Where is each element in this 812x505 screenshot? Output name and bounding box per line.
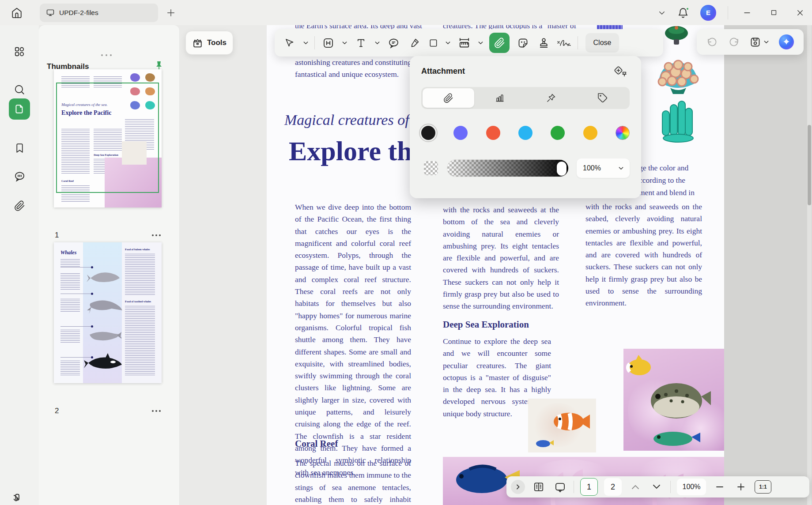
panel-drag-handle[interactable] [101,54,112,56]
thumb2-dot [91,325,93,328]
titlebar-collapse-button[interactable] [658,9,666,17]
page-thumbnail-2[interactable]: Whales Food of baleen whales Food of too… [54,242,162,383]
page-number-next[interactable]: 2 [604,478,622,496]
sidebar-item-comments[interactable] [9,166,30,187]
left-icon-rail [0,25,39,505]
notifications-button[interactable] [677,7,689,19]
heading-tool[interactable] [321,34,336,52]
transparency-chip[interactable] [424,161,438,175]
sidebar-item-search[interactable] [9,79,30,100]
ruler-icon [458,37,471,49]
thumb-text-block [60,299,80,313]
select-tool-dropdown[interactable] [302,34,309,52]
swatch-blue[interactable] [453,126,468,140]
paperclip-icon [443,93,453,103]
tab-pin[interactable] [525,88,577,108]
sidebar-item-home-grid[interactable] [9,41,30,62]
paperclip-icon [14,200,25,211]
shape-tool[interactable] [427,34,439,52]
shape-tool-dropdown[interactable] [445,34,451,52]
two-page-view-button[interactable] [531,478,546,496]
undo-button[interactable] [706,37,718,47]
swatch-cyan[interactable] [518,126,533,140]
sidebar-item-appearance[interactable] [9,485,30,505]
sidebar-item-attachments[interactable] [9,195,30,216]
swatch-custom-color-wheel[interactable] [616,126,630,140]
chevron-down-icon [303,41,308,45]
thumb-coral [130,73,140,82]
titlebar: UPDF-2-files E [0,0,812,25]
text-tool[interactable] [353,34,368,52]
sticker-tool[interactable] [515,34,530,52]
page-navigation-bar: 1 2 100% 1:1 [506,476,809,497]
zoom-out-button[interactable] [712,478,727,496]
page-number-current[interactable]: 1 [580,478,598,496]
add-attachment-pin-button[interactable] [613,65,628,79]
scrollbar-thumb[interactable] [808,125,811,205]
page-thumbnail-1[interactable]: Magical creatures of the sea. Explore th… [54,69,162,207]
opacity-slider-handle[interactable] [557,162,567,176]
bar-chart-icon [495,93,505,103]
save-button[interactable] [749,36,769,48]
text-icon [355,38,366,49]
page-1-menu-button[interactable] [152,234,161,236]
page-2-menu-button[interactable] [152,410,161,412]
close-window-button[interactable] [793,5,808,20]
opacity-slider[interactable] [447,159,569,177]
ai-assistant-button[interactable] [779,34,794,49]
sidebar-item-thumbnails[interactable] [9,98,30,120]
opacity-value-dropdown[interactable]: 100% [577,158,630,178]
avatar[interactable]: E [700,5,716,21]
attachment-tool-active[interactable] [489,33,510,53]
tab-graph[interactable] [474,88,526,108]
zoom-level-value[interactable]: 100% [677,479,706,495]
comment-tool[interactable] [386,34,401,52]
chevron-down-icon [446,41,450,45]
rectangle-icon [428,38,438,48]
navbar-divider [670,481,671,493]
collapse-navbar-button[interactable] [511,480,525,494]
measure-tool[interactable] [457,34,472,52]
minimize-button[interactable] [740,5,755,20]
slideshow-button[interactable] [552,478,567,496]
doc-col3-partial1: ge the color and [639,163,688,173]
stamp-tool[interactable] [536,34,551,52]
close-toolbar-button[interactable]: Close [585,33,619,53]
sidebar-item-bookmarks[interactable] [9,137,30,158]
thumbnail-viewport-indicator[interactable] [56,83,159,193]
swatch-yellow[interactable] [583,126,597,140]
heading-tool-dropdown[interactable] [341,34,347,52]
next-page-button[interactable] [649,478,664,496]
highlighter-tool[interactable] [407,34,422,52]
tools-button[interactable]: Tools [185,31,233,55]
doc-col2-para1: with the rocks and seaweeds at the botto… [443,204,559,313]
actual-size-button[interactable]: 1:1 [755,480,771,494]
select-tool[interactable] [282,34,297,52]
zoom-in-button[interactable] [733,478,748,496]
swatch-black[interactable] [421,126,435,140]
tab-tag[interactable] [577,88,629,108]
tab-paperclip[interactable] [423,88,474,108]
plus-icon [166,8,176,18]
document-tab[interactable]: UPDF-2-files [40,4,158,22]
new-tab-button[interactable] [164,6,178,19]
redo-button[interactable] [728,37,740,47]
reef-fish-photo [623,349,724,451]
thumb-coral [145,73,155,82]
measure-tool-dropdown[interactable] [477,34,483,52]
home-button[interactable] [7,4,26,22]
swatch-green[interactable] [551,126,565,140]
text-tool-dropdown[interactable] [374,34,380,52]
previous-page-button[interactable] [628,478,643,496]
opacity-gradient [447,160,568,177]
maximize-button[interactable] [766,5,781,20]
chevron-down-icon [375,41,380,45]
ai-sparkle-icon [782,38,790,46]
thumb2-rule [60,267,92,268]
page-icon [14,103,25,115]
signature-tool[interactable] [557,34,572,52]
vertical-scrollbar[interactable] [807,25,812,505]
book-view-icon [533,481,544,493]
swatch-red[interactable] [486,126,500,140]
pushpin-icon [546,93,556,103]
